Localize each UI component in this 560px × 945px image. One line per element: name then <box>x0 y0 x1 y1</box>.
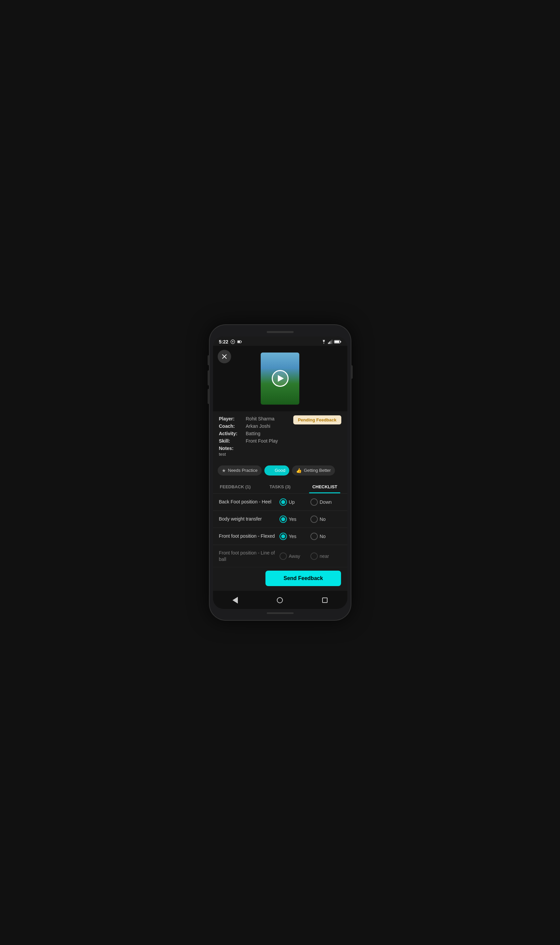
status-icons <box>321 339 341 344</box>
radio-circle-yes-3 <box>280 533 287 540</box>
radio-up[interactable]: Up <box>280 499 311 506</box>
battery-saver-icon <box>237 339 242 344</box>
good-button[interactable]: ★ Good <box>265 465 289 476</box>
wifi-icon <box>321 340 326 344</box>
checklist-item-4: Front foot position - Line of ball Away … <box>213 545 347 568</box>
radio-away-4[interactable]: Away <box>280 553 311 560</box>
svg-rect-6 <box>328 342 329 344</box>
back-arrow-icon <box>232 597 238 603</box>
checklist-item-1: Back Foot position - Heel Up Down <box>213 494 347 511</box>
getting-better-button[interactable]: 👍 Getting Better <box>292 465 335 476</box>
star-icon: ★ <box>222 468 226 473</box>
notification-icon <box>231 339 235 344</box>
svg-rect-9 <box>332 339 332 344</box>
radio-yes-3[interactable]: Yes <box>280 533 311 540</box>
svg-rect-8 <box>330 340 331 344</box>
battery-icon <box>334 340 341 344</box>
checklist-item-3: Front foot position - Flexed Yes No <box>213 528 347 545</box>
checklist-section: Back Foot position - Heel Up Down Body w… <box>213 494 347 568</box>
svg-rect-3 <box>241 341 242 342</box>
home-icon <box>277 597 283 603</box>
tab-feedback[interactable]: FEEDBACK (1) <box>213 480 258 493</box>
nav-home-button[interactable] <box>274 594 286 606</box>
svg-rect-4 <box>238 341 240 342</box>
tab-checklist[interactable]: CHECKLIST <box>302 480 347 493</box>
nav-back-button[interactable] <box>229 594 241 606</box>
star-filled-icon: ★ <box>268 468 273 473</box>
coach-row: Coach: Arkan Joshi <box>219 423 293 429</box>
status-time: 5:22 <box>219 339 242 345</box>
radio-circle-up <box>280 499 287 506</box>
svg-point-1 <box>232 341 234 342</box>
svg-rect-7 <box>329 342 330 344</box>
status-bar: 5:22 <box>213 336 347 346</box>
needs-practice-button[interactable]: ★ Needs Practice <box>218 465 262 476</box>
play-icon <box>278 375 284 382</box>
close-button[interactable] <box>218 350 231 363</box>
send-feedback-button[interactable]: Send Feedback <box>265 571 341 586</box>
checklist-item-2: Body weight transfer Yes No <box>213 511 347 528</box>
radio-no-3[interactable]: No <box>311 533 341 540</box>
radio-circle-yes-2 <box>280 516 287 523</box>
tab-tasks[interactable]: TASKS (3) <box>258 480 302 493</box>
activity-row: Activity: Batting <box>219 431 293 436</box>
tabs: FEEDBACK (1) TASKS (3) CHECKLIST <box>213 480 347 494</box>
signal-icon <box>328 339 332 344</box>
info-section: Player: Rohit Sharma Coach: Arkan Joshi … <box>213 411 347 462</box>
nav-recents-button[interactable] <box>319 594 331 606</box>
radio-no-2[interactable]: No <box>311 516 341 523</box>
skill-row: Skill: Front Foot Play <box>219 438 293 443</box>
player-row: Player: Rohit Sharma <box>219 416 293 422</box>
video-thumbnail[interactable] <box>261 352 299 405</box>
svg-point-5 <box>323 343 324 343</box>
thumbs-up-icon: 👍 <box>296 468 302 473</box>
radio-circle-near-4 <box>311 553 318 560</box>
radio-circle-away-4 <box>280 553 287 560</box>
send-feedback-wrapper: Send Feedback <box>213 567 347 591</box>
radio-circle-down <box>311 499 318 506</box>
svg-rect-11 <box>340 341 341 342</box>
radio-near-4[interactable]: near <box>311 553 341 560</box>
radio-yes-2[interactable]: Yes <box>280 516 311 523</box>
radio-circle-no-3 <box>311 533 318 540</box>
status-badge: Pending Feedback <box>293 416 341 425</box>
play-button[interactable] <box>272 370 289 387</box>
recents-icon <box>322 597 328 603</box>
radio-circle-no-2 <box>311 516 318 523</box>
nav-bar <box>213 591 347 609</box>
svg-rect-12 <box>334 340 339 342</box>
radio-down[interactable]: Down <box>311 499 341 506</box>
video-area <box>213 346 347 411</box>
rating-row: ★ Needs Practice ★ Good 👍 Getting Better <box>213 462 347 480</box>
